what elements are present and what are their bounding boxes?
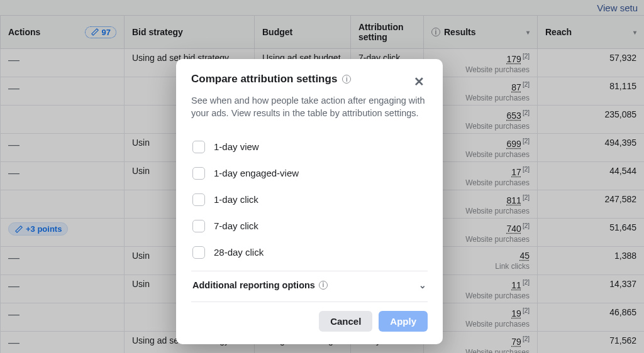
cell-actions: — xyxy=(1,275,125,303)
cell-reach: 46,865 xyxy=(538,303,645,332)
cell-actions: — xyxy=(1,162,125,190)
additional-reporting-label: Additional reporting options xyxy=(192,280,315,290)
cell-actions: — xyxy=(1,332,125,353)
attribution-option[interactable]: 7-day click xyxy=(191,213,428,239)
actions-count-value: 97 xyxy=(102,28,111,37)
col-actions[interactable]: Actions 97 xyxy=(1,16,125,49)
checkbox[interactable] xyxy=(192,167,205,180)
col-actions-label: Actions xyxy=(8,27,40,37)
col-reach[interactable]: Reach ▾ xyxy=(538,16,645,49)
divider xyxy=(191,301,428,302)
apply-button[interactable]: Apply xyxy=(379,311,428,332)
attribution-option[interactable]: 1-day click xyxy=(191,187,428,213)
chevron-down-icon: ⌄ xyxy=(419,280,426,290)
col-results[interactable]: i Results ▾ xyxy=(424,16,538,49)
cell-actions: — xyxy=(1,77,125,106)
cell-reach: 1,388 xyxy=(538,247,645,275)
compare-attribution-modal: Compare attribution settings i ✕ See whe… xyxy=(176,59,443,344)
cell-reach: 14,337 xyxy=(538,275,645,303)
col-attribution[interactable]: Attribution setting xyxy=(351,16,424,49)
modal-title: Compare attribution settings xyxy=(191,73,337,85)
edit-icon xyxy=(91,28,99,36)
actions-count-pill[interactable]: 97 xyxy=(85,26,116,38)
cell-reach: 494,395 xyxy=(538,134,645,162)
cell-actions: — xyxy=(1,49,125,77)
attribution-option-label: 1-day view xyxy=(214,141,259,152)
cancel-button[interactable]: Cancel xyxy=(319,311,372,332)
sort-caret-icon[interactable]: ▾ xyxy=(633,29,636,36)
checkbox[interactable] xyxy=(192,193,205,206)
close-icon[interactable]: ✕ xyxy=(410,73,428,90)
cell-reach: 57,932 xyxy=(538,49,645,77)
checkbox[interactable] xyxy=(192,246,205,259)
col-bid[interactable]: Bid strategy xyxy=(125,16,255,49)
view-setup-link[interactable]: View setu xyxy=(597,3,638,13)
cell-actions: — xyxy=(1,247,125,275)
col-budget[interactable]: Budget xyxy=(255,16,351,49)
cell-reach: 81,115 xyxy=(538,77,645,106)
checkbox[interactable] xyxy=(192,141,205,153)
sort-caret-icon[interactable]: ▾ xyxy=(526,29,530,36)
info-icon: i xyxy=(431,28,440,36)
attribution-option-label: 7-day click xyxy=(214,220,258,231)
cell-actions: — xyxy=(1,303,125,332)
info-icon[interactable]: i xyxy=(342,75,351,84)
cell-reach: 235,085 xyxy=(538,106,645,134)
checkbox[interactable] xyxy=(192,220,205,232)
cell-reach: 71,562 xyxy=(538,332,645,353)
attribution-option[interactable]: 1-day engaged-view xyxy=(191,160,428,187)
edit-icon xyxy=(14,225,23,234)
info-icon[interactable]: i xyxy=(319,281,328,290)
additional-reporting-toggle[interactable]: Additional reporting options i ⌄ xyxy=(191,271,428,296)
attribution-option[interactable]: 1-day view xyxy=(191,134,428,160)
modal-description: See when and how people take action afte… xyxy=(191,94,428,120)
attribution-option-label: 28-day click xyxy=(214,247,264,258)
attribution-option-label: 1-day click xyxy=(214,194,258,205)
cell-actions: +3 points xyxy=(1,219,125,247)
cell-reach: 44,544 xyxy=(538,162,645,190)
cell-reach: 247,582 xyxy=(538,190,645,219)
attribution-option-label: 1-day engaged-view xyxy=(214,168,299,178)
cell-actions xyxy=(1,106,125,134)
edit-points-pill[interactable]: +3 points xyxy=(8,222,68,236)
cell-reach: 51,645 xyxy=(538,219,645,247)
cell-actions xyxy=(1,190,125,219)
attribution-option[interactable]: 28-day click xyxy=(191,239,428,266)
cell-actions: — xyxy=(1,134,125,162)
